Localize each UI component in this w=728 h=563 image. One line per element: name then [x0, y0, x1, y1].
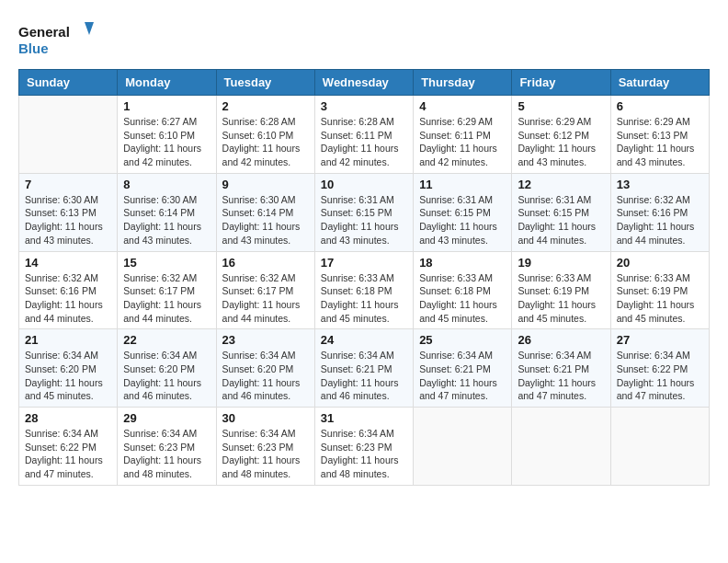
day-number: 27 [617, 333, 703, 347]
calendar-cell: 1Sunrise: 6:27 AMSunset: 6:10 PMDaylight… [118, 96, 216, 174]
calendar-cell: 23Sunrise: 6:34 AMSunset: 6:20 PMDayligh… [216, 329, 314, 408]
cell-info: Sunrise: 6:34 AMSunset: 6:20 PMDaylight:… [123, 350, 201, 401]
cell-info: Sunrise: 6:34 AMSunset: 6:20 PMDaylight:… [25, 350, 103, 401]
day-number: 23 [222, 333, 309, 347]
day-number: 19 [518, 256, 604, 270]
calendar-week-row: 28Sunrise: 6:34 AMSunset: 6:22 PMDayligh… [19, 408, 710, 486]
cell-info: Sunrise: 6:34 AMSunset: 6:21 PMDaylight:… [321, 350, 399, 401]
day-number: 3 [321, 99, 407, 113]
calendar-week-row: 7Sunrise: 6:30 AMSunset: 6:13 PMDaylight… [19, 173, 710, 251]
cell-info: Sunrise: 6:30 AMSunset: 6:13 PMDaylight:… [25, 194, 103, 246]
weekday-header-row: SundayMondayTuesdayWednesdayThursdayFrid… [19, 70, 710, 96]
calendar-cell [19, 96, 118, 174]
cell-info: Sunrise: 6:28 AMSunset: 6:11 PMDaylight:… [321, 116, 399, 167]
cell-info: Sunrise: 6:30 AMSunset: 6:14 PMDaylight:… [123, 194, 201, 246]
calendar-cell: 19Sunrise: 6:33 AMSunset: 6:19 PMDayligh… [512, 251, 610, 329]
calendar-cell: 30Sunrise: 6:34 AMSunset: 6:23 PMDayligh… [216, 408, 314, 486]
weekday-header-wednesday: Wednesday [314, 70, 413, 96]
cell-info: Sunrise: 6:34 AMSunset: 6:23 PMDaylight:… [123, 428, 201, 479]
weekday-header-friday: Friday [512, 70, 610, 96]
calendar-cell: 29Sunrise: 6:34 AMSunset: 6:23 PMDayligh… [118, 408, 216, 486]
calendar-cell: 26Sunrise: 6:34 AMSunset: 6:21 PMDayligh… [512, 329, 610, 408]
cell-info: Sunrise: 6:32 AMSunset: 6:17 PMDaylight:… [222, 272, 301, 324]
day-number: 26 [518, 333, 604, 347]
day-number: 7 [25, 178, 111, 191]
calendar-cell: 15Sunrise: 6:32 AMSunset: 6:17 PMDayligh… [118, 251, 216, 329]
weekday-header-saturday: Saturday [610, 70, 709, 96]
day-number: 2 [222, 99, 309, 113]
calendar-cell: 2Sunrise: 6:28 AMSunset: 6:10 PMDaylight… [216, 96, 314, 174]
weekday-header-sunday: Sunday [19, 70, 118, 96]
day-number: 13 [617, 178, 703, 191]
calendar-cell: 9Sunrise: 6:30 AMSunset: 6:14 PMDaylight… [216, 173, 314, 251]
cell-info: Sunrise: 6:31 AMSunset: 6:15 PMDaylight:… [321, 194, 399, 246]
calendar-week-row: 14Sunrise: 6:32 AMSunset: 6:16 PMDayligh… [19, 251, 710, 329]
calendar-cell: 7Sunrise: 6:30 AMSunset: 6:13 PMDaylight… [19, 173, 118, 251]
cell-info: Sunrise: 6:31 AMSunset: 6:15 PMDaylight:… [518, 194, 596, 246]
day-number: 5 [518, 99, 604, 113]
cell-info: Sunrise: 6:34 AMSunset: 6:22 PMDaylight:… [617, 350, 695, 401]
logo: General Blue [18, 18, 101, 60]
day-number: 29 [123, 411, 210, 425]
calendar-cell: 4Sunrise: 6:29 AMSunset: 6:11 PMDaylight… [414, 96, 512, 174]
calendar-cell: 18Sunrise: 6:33 AMSunset: 6:18 PMDayligh… [414, 251, 512, 329]
cell-info: Sunrise: 6:31 AMSunset: 6:15 PMDaylight:… [419, 194, 497, 246]
calendar-cell: 17Sunrise: 6:33 AMSunset: 6:18 PMDayligh… [314, 251, 413, 329]
cell-info: Sunrise: 6:34 AMSunset: 6:20 PMDaylight:… [222, 350, 301, 401]
day-number: 10 [321, 178, 407, 191]
calendar-cell: 8Sunrise: 6:30 AMSunset: 6:14 PMDaylight… [118, 173, 216, 251]
svg-text:Blue: Blue [18, 40, 49, 56]
cell-info: Sunrise: 6:34 AMSunset: 6:21 PMDaylight:… [518, 350, 596, 401]
day-number: 8 [123, 178, 210, 191]
cell-info: Sunrise: 6:32 AMSunset: 6:16 PMDaylight:… [617, 194, 695, 246]
calendar-cell: 14Sunrise: 6:32 AMSunset: 6:16 PMDayligh… [19, 251, 118, 329]
cell-info: Sunrise: 6:34 AMSunset: 6:22 PMDaylight:… [25, 428, 103, 479]
svg-text:General: General [18, 24, 70, 40]
cell-info: Sunrise: 6:32 AMSunset: 6:16 PMDaylight:… [25, 272, 103, 324]
weekday-header-tuesday: Tuesday [216, 70, 314, 96]
day-number: 15 [123, 256, 210, 270]
calendar-cell: 6Sunrise: 6:29 AMSunset: 6:13 PMDaylight… [610, 96, 709, 174]
logo-svg: General Blue [18, 18, 101, 60]
day-number: 12 [518, 178, 604, 191]
weekday-header-monday: Monday [118, 70, 216, 96]
calendar-cell: 27Sunrise: 6:34 AMSunset: 6:22 PMDayligh… [610, 329, 709, 408]
calendar-cell: 13Sunrise: 6:32 AMSunset: 6:16 PMDayligh… [610, 173, 709, 251]
day-number: 20 [617, 256, 703, 270]
day-number: 9 [222, 178, 309, 191]
day-number: 25 [419, 333, 506, 347]
cell-info: Sunrise: 6:33 AMSunset: 6:19 PMDaylight:… [617, 272, 695, 324]
calendar-cell: 12Sunrise: 6:31 AMSunset: 6:15 PMDayligh… [512, 173, 610, 251]
cell-info: Sunrise: 6:33 AMSunset: 6:18 PMDaylight:… [321, 272, 399, 324]
calendar-cell: 5Sunrise: 6:29 AMSunset: 6:12 PMDaylight… [512, 96, 610, 174]
day-number: 28 [25, 411, 111, 425]
cell-info: Sunrise: 6:30 AMSunset: 6:14 PMDaylight:… [222, 194, 301, 246]
svg-marker-2 [85, 22, 94, 35]
cell-info: Sunrise: 6:34 AMSunset: 6:23 PMDaylight:… [222, 428, 301, 479]
calendar-cell: 11Sunrise: 6:31 AMSunset: 6:15 PMDayligh… [414, 173, 512, 251]
day-number: 21 [25, 333, 111, 347]
day-number: 31 [321, 411, 407, 425]
day-number: 1 [123, 99, 210, 113]
calendar-cell: 21Sunrise: 6:34 AMSunset: 6:20 PMDayligh… [19, 329, 118, 408]
cell-info: Sunrise: 6:29 AMSunset: 6:13 PMDaylight:… [617, 116, 695, 167]
cell-info: Sunrise: 6:34 AMSunset: 6:21 PMDaylight:… [419, 350, 497, 401]
day-number: 14 [25, 256, 111, 270]
calendar-cell [512, 408, 610, 486]
cell-info: Sunrise: 6:33 AMSunset: 6:19 PMDaylight:… [518, 272, 596, 324]
day-number: 30 [222, 411, 309, 425]
day-number: 16 [222, 256, 309, 270]
calendar-cell: 16Sunrise: 6:32 AMSunset: 6:17 PMDayligh… [216, 251, 314, 329]
day-number: 22 [123, 333, 210, 347]
day-number: 11 [419, 178, 506, 191]
calendar-week-row: 21Sunrise: 6:34 AMSunset: 6:20 PMDayligh… [19, 329, 710, 408]
calendar-cell: 3Sunrise: 6:28 AMSunset: 6:11 PMDaylight… [314, 96, 413, 174]
day-number: 18 [419, 256, 506, 270]
calendar-week-row: 1Sunrise: 6:27 AMSunset: 6:10 PMDaylight… [19, 96, 710, 174]
calendar-cell [414, 408, 512, 486]
calendar-cell: 31Sunrise: 6:34 AMSunset: 6:23 PMDayligh… [314, 408, 413, 486]
day-number: 17 [321, 256, 407, 270]
day-number: 24 [321, 333, 407, 347]
cell-info: Sunrise: 6:28 AMSunset: 6:10 PMDaylight:… [222, 116, 301, 167]
day-number: 6 [617, 99, 703, 113]
